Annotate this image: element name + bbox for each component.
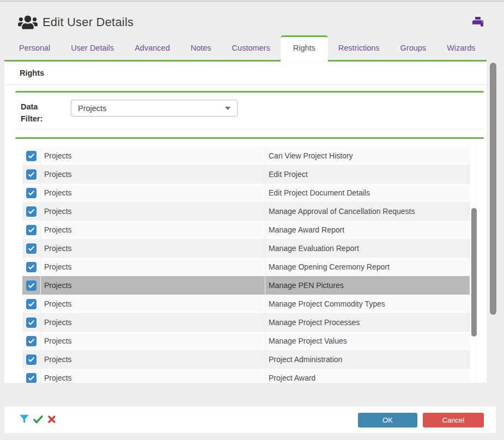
tab-bar: Personal User Details Advanced Notes Cus… — [4, 37, 487, 62]
row-checkbox[interactable] — [26, 355, 37, 365]
row-checkbox[interactable] — [26, 280, 37, 291]
tab-wizards[interactable]: Wizards — [436, 44, 485, 60]
page-scrollbar-thumb[interactable] — [490, 63, 496, 315]
row-checkbox-cell — [22, 313, 41, 332]
rights-row-manage-approval-of-cancellation-requests[interactable]: Projects Manage Approval of Cancellation… — [22, 202, 470, 221]
row-checkbox-cell — [22, 295, 41, 313]
rights-row-manage-project-processes[interactable]: Projects Manage Project Processes — [22, 313, 470, 332]
printer-icon — [472, 17, 483, 29]
row-category: Projects — [41, 221, 265, 239]
rights-row-manage-award-report[interactable]: Projects Manage Award Report — [22, 221, 470, 239]
row-checkbox-cell — [22, 146, 41, 165]
checkmark-icon — [28, 227, 35, 234]
dropdown-value: Projects — [78, 104, 106, 113]
row-right-name: Manage Award Report — [265, 221, 470, 239]
cancel-button[interactable]: Cancel — [423, 413, 484, 427]
rights-row-project-award[interactable]: Projects Project Award — [22, 369, 470, 383]
row-checkbox[interactable] — [26, 188, 37, 198]
row-right-name: Manage Project Values — [265, 332, 470, 350]
row-category: Projects — [41, 202, 265, 221]
row-category: Projects — [41, 276, 265, 295]
checkmark-icon — [28, 245, 35, 252]
row-checkbox-cell — [22, 369, 41, 383]
row-right-name: Project Administration — [265, 350, 470, 369]
row-checkbox[interactable] — [26, 373, 37, 383]
funnel-icon — [19, 413, 30, 426]
rights-row-edit-project-document-details[interactable]: Projects Edit Project Document Details — [22, 184, 470, 202]
tab-restrictions[interactable]: Restrictions — [328, 44, 390, 60]
checkmark-icon — [28, 171, 35, 178]
tab-customers[interactable]: Customers — [222, 44, 281, 60]
row-right-name: Manage Evaluation Report — [265, 239, 470, 258]
row-right-name: Project Award — [265, 369, 470, 383]
check-icon — [33, 414, 44, 426]
page-title: Edit User Details — [42, 15, 133, 29]
action-bar: OK Cancel — [4, 407, 496, 433]
row-right-name: Manage PEN Pictures — [265, 276, 470, 295]
row-checkbox[interactable] — [26, 225, 37, 235]
tab-personal[interactable]: Personal — [9, 44, 60, 60]
ok-button[interactable]: OK — [358, 413, 417, 427]
row-checkbox[interactable] — [26, 206, 37, 217]
row-category: Projects — [41, 313, 265, 332]
checkmark-icon — [28, 264, 35, 271]
rights-row-manage-opening-ceremony-report[interactable]: Projects Manage Opening Ceremony Report — [22, 258, 470, 276]
rights-row-project-administration[interactable]: Projects Project Administration — [22, 350, 470, 369]
rights-row-manage-project-values[interactable]: Projects Manage Project Values — [22, 332, 470, 350]
tab-user-details[interactable]: User Details — [60, 44, 124, 60]
tab-groups[interactable]: Groups — [390, 44, 437, 60]
dialog-header: Edit User Details — [0, 2, 504, 37]
rights-tab-panel: Rights Data Filter: Projects Projects Ca… — [4, 62, 487, 383]
row-category: Projects — [41, 146, 265, 165]
checkmark-icon — [28, 356, 35, 363]
rights-row-manage-pen-pictures[interactable]: Projects Manage PEN Pictures — [22, 276, 470, 295]
rights-row-manage-evaluation-report[interactable]: Projects Manage Evaluation Report — [22, 239, 470, 258]
rights-row-edit-project[interactable]: Projects Edit Project — [22, 165, 470, 184]
row-right-name: Edit Project — [265, 165, 470, 184]
tab-notes[interactable]: Notes — [180, 44, 222, 60]
row-checkbox-cell — [22, 184, 41, 202]
row-checkbox-cell — [22, 350, 41, 369]
checkmark-icon — [28, 152, 35, 160]
row-checkbox[interactable] — [26, 336, 37, 346]
row-checkbox-cell — [22, 332, 41, 350]
tab-rights[interactable]: Rights — [281, 35, 328, 62]
row-checkbox[interactable] — [26, 317, 37, 328]
list-scrollbar-thumb[interactable] — [471, 208, 477, 337]
row-right-name: Can View Project History — [265, 146, 470, 165]
row-checkbox[interactable] — [26, 243, 37, 254]
row-category: Projects — [41, 295, 265, 313]
checkmark-icon — [28, 190, 35, 197]
rights-list-section: Projects Can View Project History Projec… — [15, 137, 484, 383]
section-header: Rights — [4, 62, 487, 85]
tab-advanced[interactable]: Advanced — [124, 44, 180, 60]
checkmark-icon — [28, 208, 35, 215]
row-right-name: Manage Project Commodity Types — [265, 295, 470, 313]
apply-filter-button[interactable] — [32, 413, 45, 426]
users-icon — [18, 14, 38, 30]
row-category: Projects — [41, 184, 265, 202]
row-checkbox-cell — [22, 276, 41, 295]
data-filter-section: Data Filter: Projects — [15, 91, 484, 130]
row-checkbox[interactable] — [26, 151, 37, 161]
filter-button[interactable] — [17, 413, 31, 426]
data-filter-label: Data Filter: — [21, 101, 57, 125]
row-checkbox-cell — [22, 221, 41, 239]
print-button[interactable] — [471, 16, 485, 30]
row-category: Projects — [41, 369, 265, 383]
rights-row-can-view-project-history[interactable]: Projects Can View Project History — [22, 146, 470, 165]
clear-filter-button[interactable] — [45, 413, 58, 426]
data-filter-dropdown[interactable]: Projects — [71, 100, 238, 117]
checkmark-icon — [28, 301, 35, 308]
row-right-name: Manage Opening Ceremony Report — [265, 258, 470, 276]
row-checkbox[interactable] — [26, 169, 37, 180]
rights-row-manage-project-commodity-types[interactable]: Projects Manage Project Commodity Types — [22, 295, 470, 313]
list-scrollbar[interactable] — [471, 139, 477, 383]
checkmark-icon — [28, 282, 35, 289]
row-checkbox[interactable] — [26, 262, 37, 272]
row-right-name: Manage Project Processes — [265, 313, 470, 332]
row-checkbox[interactable] — [26, 299, 37, 309]
section-title: Rights — [20, 69, 44, 77]
checkmark-icon — [28, 319, 35, 326]
row-category: Projects — [41, 258, 265, 276]
